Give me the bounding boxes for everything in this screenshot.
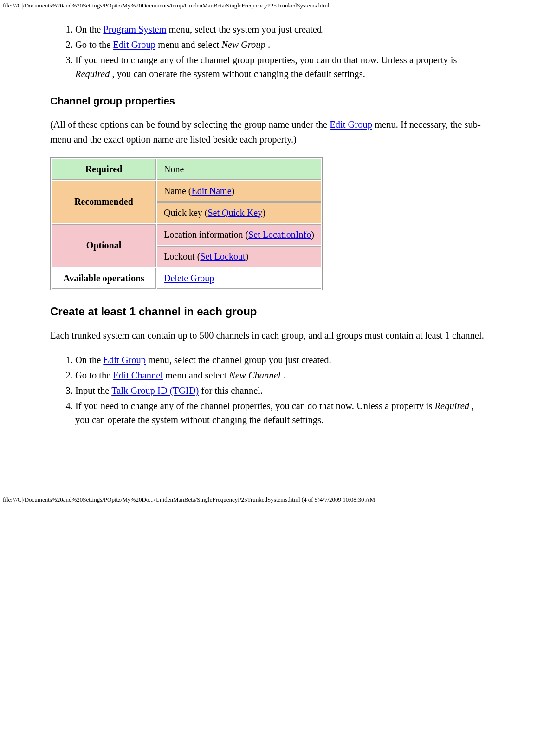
properties-table: Required None Recommended Name (Edit Nam… (50, 157, 323, 290)
required-value: None (157, 159, 321, 180)
set-quick-key-link[interactable]: Set Quick Key (207, 208, 262, 218)
steps-list-2: On the Edit Group menu, select the chann… (50, 353, 487, 427)
list-item: Input the Talk Group ID (TGID) for this … (75, 384, 487, 398)
available-operations-cell: Delete Group (157, 268, 321, 289)
edit-group-link[interactable]: Edit Group (103, 355, 146, 365)
table-row: Recommended Name (Edit Name) (52, 181, 321, 202)
table-row: Optional Location information (Set Locat… (52, 224, 321, 245)
channel-group-properties-heading: Channel group properties (50, 95, 487, 107)
edit-group-link[interactable]: Edit Group (113, 39, 155, 50)
table-row: Available operations Delete Group (52, 268, 321, 289)
optional-label: Optional (52, 224, 156, 267)
list-item: Go to the Edit Channel menu and select N… (75, 368, 487, 383)
recommended-quickkey-cell: Quick key (Set Quick Key) (157, 202, 321, 223)
list-item: If you need to change any of the channel… (75, 399, 487, 428)
channel-group-properties-paragraph: (All of these options can be found by se… (50, 117, 487, 147)
required-label: Required (52, 159, 156, 180)
edit-group-link[interactable]: Edit Group (330, 119, 372, 130)
list-item: On the Program System menu, select the s… (75, 22, 487, 37)
header-url-path: file:///C|/Documents%20and%20Settings/PO… (3, 0, 537, 11)
steps-list-1: On the Program System menu, select the s… (50, 22, 487, 81)
list-item: If you need to change any of the channel… (75, 53, 487, 82)
delete-group-link[interactable]: Delete Group (164, 273, 214, 283)
optional-location-cell: Location information (Set LocationInfo) (157, 224, 321, 245)
recommended-label: Recommended (52, 181, 156, 223)
recommended-name-cell: Name (Edit Name) (157, 181, 321, 202)
edit-name-link[interactable]: Edit Name (191, 186, 231, 196)
program-system-link[interactable]: Program System (103, 24, 166, 34)
set-lockout-link[interactable]: Set Lockout (200, 251, 245, 261)
footer-url-path: file:///C|/Documents%20and%20Settings/PO… (0, 492, 537, 506)
table-row: Required None (52, 159, 321, 180)
list-item: On the Edit Group menu, select the chann… (75, 353, 487, 367)
create-channel-paragraph: Each trunked system can contain up to 50… (50, 328, 487, 343)
list-item: Go to the Edit Group menu and select New… (75, 38, 487, 52)
talk-group-id-link[interactable]: Talk Group ID (TGID) (111, 385, 199, 396)
edit-channel-link[interactable]: Edit Channel (113, 370, 163, 380)
optional-lockout-cell: Lockout (Set Lockout) (157, 246, 321, 267)
available-operations-label: Available operations (52, 268, 156, 289)
set-locationinfo-link[interactable]: Set LocationInfo (248, 229, 311, 240)
create-channel-heading: Create at least 1 channel in each group (50, 305, 487, 318)
